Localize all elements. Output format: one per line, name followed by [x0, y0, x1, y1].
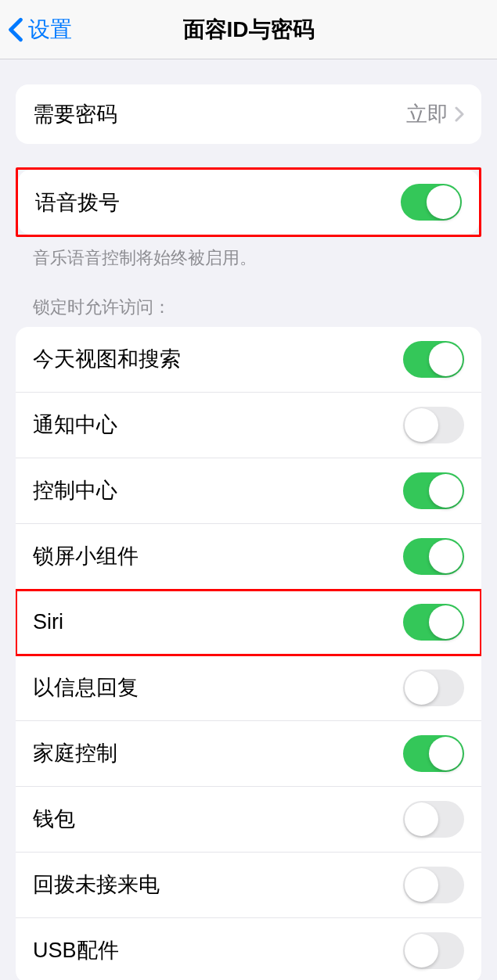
- navigation-bar: 设置 面容ID与密码: [0, 0, 497, 59]
- return-missed-calls-toggle[interactable]: [403, 867, 464, 903]
- home-control-row: 家庭控制: [16, 721, 481, 787]
- back-label: 设置: [28, 15, 72, 45]
- reply-with-message-toggle[interactable]: [403, 669, 464, 706]
- voice-dial-footer: 音乐语音控制将始终被启用。: [16, 237, 481, 271]
- notification-center-row: 通知中心: [16, 393, 481, 458]
- wallet-row: 钱包: [16, 787, 481, 853]
- lock-access-header: 锁定时允许访问：: [16, 296, 481, 327]
- reply-with-message-label: 以信息回复: [33, 673, 139, 702]
- usb-accessories-row: USB配件: [16, 918, 481, 980]
- voice-dial-toggle[interactable]: [401, 184, 462, 221]
- today-view-row: 今天视图和搜索: [16, 327, 481, 393]
- usb-accessories-toggle[interactable]: [403, 932, 464, 969]
- require-passcode-value: 立即: [406, 100, 464, 128]
- lock-screen-widgets-label: 锁屏小组件: [33, 542, 139, 570]
- wallet-toggle[interactable]: [403, 801, 464, 838]
- today-view-label: 今天视图和搜索: [33, 345, 181, 373]
- reply-with-message-row: 以信息回复: [16, 655, 481, 721]
- usb-accessories-label: USB配件: [33, 936, 119, 964]
- chevron-left-icon: [8, 17, 23, 42]
- voice-dial-group: 语音拨号: [18, 170, 479, 235]
- require-passcode-detail: 立即: [406, 100, 448, 128]
- page-title: 面容ID与密码: [0, 15, 497, 45]
- require-passcode-row[interactable]: 需要密码 立即: [16, 84, 481, 144]
- wallet-label: 钱包: [33, 805, 75, 833]
- control-center-toggle[interactable]: [403, 472, 464, 509]
- chevron-right-icon: [455, 106, 464, 122]
- control-center-label: 控制中心: [33, 476, 117, 504]
- control-center-row: 控制中心: [16, 458, 481, 524]
- siri-toggle[interactable]: [403, 604, 464, 641]
- lock-screen-widgets-toggle[interactable]: [403, 538, 464, 575]
- home-control-label: 家庭控制: [33, 739, 117, 767]
- siri-row: Siri: [16, 590, 481, 655]
- return-missed-calls-label: 回拨未接来电: [33, 871, 160, 899]
- require-passcode-label: 需要密码: [33, 100, 117, 128]
- lock-access-group: 今天视图和搜索 通知中心 控制中心 锁屏小组件 Siri 以信息回复 家庭控制: [16, 327, 481, 980]
- toggle-knob: [427, 185, 460, 219]
- notification-center-toggle[interactable]: [403, 407, 464, 443]
- back-button[interactable]: 设置: [8, 15, 72, 45]
- voice-dial-highlight: 语音拨号: [16, 167, 481, 237]
- today-view-toggle[interactable]: [403, 341, 464, 378]
- voice-dial-row: 语音拨号: [18, 170, 479, 235]
- return-missed-calls-row: 回拨未接来电: [16, 853, 481, 918]
- lock-screen-widgets-row: 锁屏小组件: [16, 524, 481, 590]
- require-passcode-group: 需要密码 立即: [16, 84, 481, 144]
- voice-dial-label: 语音拨号: [35, 188, 120, 217]
- home-control-toggle[interactable]: [403, 735, 464, 772]
- siri-label: Siri: [33, 610, 63, 634]
- notification-center-label: 通知中心: [33, 411, 117, 439]
